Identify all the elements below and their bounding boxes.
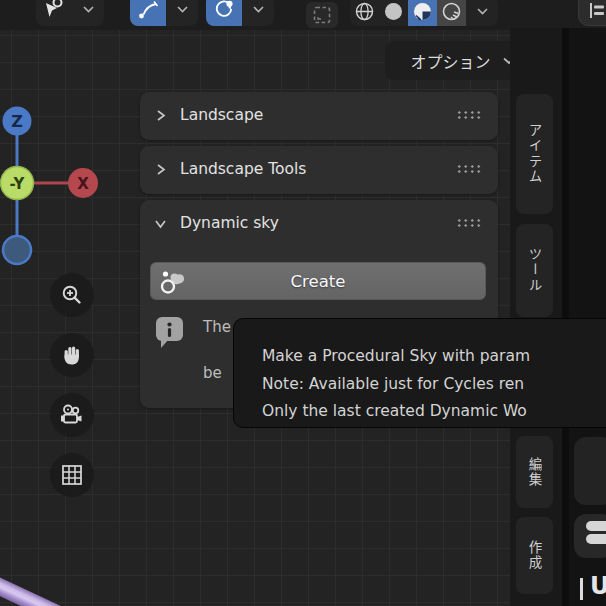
- tab-label: アイテム: [525, 123, 545, 185]
- overlay-region-toggle[interactable]: [306, 2, 338, 28]
- panel-label: Landscape: [180, 106, 456, 124]
- shading-material-button[interactable]: [408, 0, 437, 26]
- orientation-toggle[interactable]: [206, 0, 242, 26]
- create-button-label: Create: [291, 272, 346, 291]
- tooltip-line: Note: Available just for Cycles ren: [262, 371, 606, 399]
- info-text-fragment-1: The: [203, 318, 231, 336]
- pan-button[interactable]: [50, 333, 94, 377]
- chevron-right-icon: [154, 109, 167, 122]
- orientation-group: [206, 0, 274, 26]
- shading-wireframe-button[interactable]: [350, 0, 379, 26]
- snap-cursor-icon: [42, 0, 66, 22]
- grid-view-button[interactable]: [50, 453, 94, 497]
- chevron-down-icon: [177, 6, 188, 13]
- proportional-falloff-dropdown[interactable]: [166, 0, 198, 26]
- zoom-button[interactable]: [50, 273, 94, 317]
- snap-dropdown-group: [36, 0, 104, 26]
- movie-camera-icon: [59, 402, 85, 428]
- gizmo-neg-y-label: -Y: [10, 175, 26, 193]
- panel-landscape-tools: Landscape Tools: [140, 146, 498, 194]
- rotate-orbit-icon: [213, 0, 235, 21]
- sidebar-tab-create[interactable]: 作成: [516, 517, 553, 594]
- panel-label: Dynamic sky: [180, 214, 456, 232]
- chevron-down-icon: [83, 6, 94, 13]
- sidebar-tab-tool[interactable]: ツール: [516, 224, 553, 317]
- chevron-down-icon: [253, 6, 264, 13]
- create-sky-button[interactable]: Create: [150, 262, 486, 300]
- tooltip-line: Make a Procedural Sky with param: [262, 343, 606, 371]
- camera-view-button[interactable]: [50, 393, 94, 437]
- region-divider[interactable]: [562, 28, 569, 606]
- gizmo-z-axis-ball[interactable]: Z: [3, 107, 32, 136]
- info-text-fragment-2: be: [203, 364, 222, 382]
- chevron-down-icon: [154, 217, 167, 230]
- snap-button[interactable]: [36, 0, 72, 26]
- toggle-bar-bottom[interactable]: [586, 534, 606, 544]
- partial-list-icon: [589, 3, 605, 19]
- adjacent-panel-card: [574, 437, 606, 505]
- gizmo-z-label: Z: [11, 112, 23, 131]
- gizmo-neg-z-axis-ball[interactable]: [3, 236, 31, 264]
- tab-label: 作成: [525, 540, 545, 571]
- chevron-right-icon: [154, 163, 167, 176]
- panel-drag-grip[interactable]: [456, 218, 482, 228]
- shading-options-dropdown[interactable]: [466, 0, 498, 26]
- snap-options-dropdown[interactable]: [72, 0, 104, 26]
- shading-mode-group: [350, 0, 498, 26]
- shading-rendered-button[interactable]: [437, 0, 466, 26]
- tab-label: ツール: [525, 247, 545, 294]
- gizmo-x-axis-ball[interactable]: X: [68, 168, 98, 198]
- orientation-dropdown[interactable]: [242, 0, 274, 26]
- rendered-sphere-icon: [441, 1, 462, 22]
- panel-label: Landscape Tools: [180, 160, 456, 178]
- gizmo-neg-y-axis-ball[interactable]: -Y: [1, 167, 34, 200]
- panel-landscape: Landscape: [140, 92, 498, 140]
- proportional-falloff-icon: [137, 0, 159, 20]
- chevron-down-icon: [477, 8, 488, 15]
- wireframe-sphere-icon: [354, 1, 375, 22]
- panel-drag-grip[interactable]: [456, 110, 482, 120]
- sidebar-tab-edit[interactable]: 編集: [516, 436, 553, 508]
- toggle-bar-top[interactable]: [586, 521, 606, 531]
- sidebar-tab-item[interactable]: アイテム: [516, 94, 553, 214]
- partial-icon-glyph: U: [590, 572, 606, 600]
- gizmo-x-label: X: [77, 175, 89, 193]
- tab-label: 編集: [525, 457, 545, 488]
- panel-landscape-tools-header[interactable]: Landscape Tools: [140, 146, 498, 192]
- material-sphere-icon: [412, 1, 433, 22]
- adjacent-toggle-card: [574, 514, 606, 558]
- panel-landscape-header[interactable]: Landscape: [140, 92, 498, 138]
- info-icon: [154, 315, 186, 351]
- partial-icon-bar: [580, 578, 583, 600]
- dashed-region-icon: [312, 5, 332, 25]
- dynamic-sky-icon: [160, 269, 187, 295]
- tooltip-line: Only the last created Dynamic Wo: [262, 398, 606, 426]
- adjacent-editor-corner: [578, 0, 606, 26]
- create-button-tooltip: Make a Procedural Sky with param Note: A…: [233, 318, 606, 428]
- grid-icon: [60, 463, 84, 487]
- panel-dynamic-sky-header[interactable]: Dynamic sky: [140, 200, 498, 246]
- zoom-in-icon: [60, 283, 84, 307]
- axis-gizmo: Z -Y X: [0, 103, 104, 269]
- panel-drag-grip[interactable]: [456, 164, 482, 174]
- solid-sphere-icon: [383, 1, 404, 22]
- shading-solid-button[interactable]: [379, 0, 408, 26]
- proportional-editing-toggle[interactable]: [130, 0, 166, 26]
- proportional-editing-group: [130, 0, 198, 26]
- hand-icon: [60, 343, 84, 367]
- options-label: オプション: [410, 49, 490, 73]
